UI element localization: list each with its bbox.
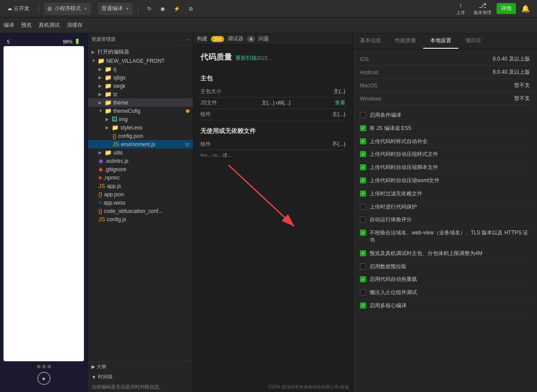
macos-label: MacOS: [360, 83, 377, 89]
main-content: 5 98% 🔋 ● 资源管理器 ··· ▶: [0, 33, 537, 392]
issue-tab[interactable]: 问题: [258, 35, 269, 43]
checkbox-14[interactable]: [360, 302, 366, 309]
outline-header[interactable]: ▶ 大纲: [88, 362, 193, 372]
file-gitignore[interactable]: ◆ .gitignore: [88, 165, 193, 173]
checkbox-row-2: 上传代码时样式自动补全: [356, 135, 533, 148]
tab-project[interactable]: 项目目: [458, 33, 488, 49]
compile-btn[interactable]: 编译: [4, 22, 14, 29]
folder-theme[interactable]: ▶ 📁 theme: [88, 98, 193, 107]
clear-cache-btn[interactable]: 清缓存: [67, 22, 83, 29]
checkbox-8[interactable]: [360, 216, 366, 223]
toolbar-sep-2: [138, 4, 138, 13]
folder-rj[interactable]: ▶ 📁 rj: [88, 65, 193, 73]
file-config-js[interactable]: JS config.js: [88, 215, 193, 223]
checkbox-2[interactable]: [360, 138, 366, 144]
checkbox-4[interactable]: [360, 164, 366, 170]
version-mgmt-btn[interactable]: ⎇ 版本管理: [470, 0, 495, 18]
checkboxes-container: 启用条件编译将 JS 编译成 ES5上传代码时样式自动补全上传代码时自动压缩样式…: [356, 109, 533, 313]
checkbox-1[interactable]: [360, 125, 366, 131]
miniapp-mode-group[interactable]: ⊞ 小程序模式 ▼: [44, 3, 91, 15]
tab-basic-info[interactable]: 基本信息: [353, 33, 388, 49]
ios-label: iOS: [360, 56, 369, 62]
checkbox-6[interactable]: [360, 191, 366, 197]
compile-mode-group[interactable]: 普通编译 ▼: [98, 3, 133, 15]
checkbox-12[interactable]: [360, 276, 366, 282]
folder-themeconfig[interactable]: ▼ 📁 themeCofig: [88, 107, 193, 115]
tab-local-settings[interactable]: 本地设置: [423, 33, 458, 49]
windows-label: Windows: [360, 96, 381, 102]
folder-utils[interactable]: ▶ 📁 utils: [88, 148, 193, 157]
checkbox-label-13: 懒注入占位组件调试: [370, 289, 530, 296]
js-icon-app: JS: [98, 183, 105, 189]
checkbox-row-9: 不校验合法域名、web-view（业务域名）、TLS 版本以及 HTTPS 证书: [356, 227, 533, 247]
eslint-icon: ◉: [98, 158, 103, 164]
tab-performance[interactable]: 性能质量: [388, 33, 423, 49]
modified-tag: M: [185, 142, 189, 147]
file-app-wxss[interactable]: ≡ app.wxss: [88, 198, 193, 207]
checkbox-row-12: 启用代码自动热重载: [356, 273, 533, 286]
timeline-header[interactable]: ▼ 时间线: [88, 372, 193, 382]
sidebar-more[interactable]: ···: [185, 37, 189, 42]
arrow-outline: ▶: [91, 364, 95, 370]
layers-btn[interactable]: ⧉: [185, 4, 196, 14]
ios-row: iOS 8.0.40 及以上版: [356, 53, 533, 66]
arrow-img: ▶: [105, 117, 110, 122]
phone-body: [4, 46, 84, 361]
right-panel: 基本信息 性能质量 本地设置 项目目 iOS 8.0.40 及以上版 Andro…: [352, 33, 537, 392]
unused-components-value: 不(...): [332, 140, 345, 148]
spacer: [356, 105, 533, 109]
checkbox-label-14: 启用多核心编译: [370, 302, 530, 309]
folder-img[interactable]: ▶ 🖼 img: [88, 115, 193, 123]
preview-btn[interactable]: 预览: [21, 22, 32, 29]
checkbox-label-4: 上传代码时自动压缩脚本文件: [370, 164, 530, 171]
folder-rj-icon: 📁: [105, 66, 112, 72]
js-files-value: 主(...) util(...): [261, 99, 291, 107]
folder-sjbgs[interactable]: ▶ 📁 sjbgs: [88, 73, 193, 82]
unused-components-label: 组件: [200, 140, 211, 148]
cloud-dev-btn[interactable]: ☁ 云开发: [4, 3, 33, 14]
checkbox-row-10: 预览及真机调试时主包、分包体积上限调整为4M: [356, 247, 533, 260]
file-config-json[interactable]: {} config.json: [88, 132, 193, 140]
second-toolbar-center: 编译 预览 真机调试 清缓存: [4, 22, 83, 29]
message-btn[interactable]: 🔔: [518, 3, 533, 14]
real-device-btn[interactable]: 真机调试: [39, 22, 60, 29]
eye-btn[interactable]: ◉: [157, 4, 168, 14]
checkbox-13[interactable]: [360, 289, 366, 295]
arrow-utils: ▶: [98, 150, 103, 155]
dropdown-arrow-2: ▼: [125, 7, 129, 11]
file-code-obfuscation[interactable]: {} code_obfuscation_conf...: [88, 207, 193, 215]
project-root[interactable]: ▼ 📁 NEW_VILLAGE_FRONT: [88, 57, 193, 65]
json-icon-app: {}: [98, 191, 102, 198]
checkbox-5[interactable]: [360, 177, 366, 183]
opened-editors-header[interactable]: ▶ 打开的编辑器: [88, 47, 193, 57]
unused-title: 无使用或无依赖文件: [200, 127, 345, 135]
refresh-btn[interactable]: ↻: [144, 4, 155, 14]
file-app-js[interactable]: JS app.js: [88, 182, 193, 190]
debug-tab[interactable]: 调试器: [228, 35, 243, 43]
query-link[interactable]: 查看: [335, 99, 345, 107]
detail-btn[interactable]: 详情: [497, 3, 516, 14]
miniapp-icon: ⊞: [47, 6, 52, 12]
folder-swgk[interactable]: ▶ 📁 swgk: [88, 82, 193, 90]
checkbox-9[interactable]: [360, 230, 366, 236]
checkbox-10[interactable]: [360, 250, 366, 256]
unused-more: mo... co... 建...: [200, 150, 345, 160]
debug2-btn[interactable]: ⚡: [170, 4, 184, 14]
checkbox-11[interactable]: [360, 263, 366, 270]
file-eslintrc[interactable]: ◉ .eslintrc.js: [88, 157, 193, 165]
file-npmrc[interactable]: ■ .npmrc: [88, 173, 193, 182]
upload-btn[interactable]: ↑ 上传: [453, 0, 468, 18]
phone-status-bar: 5 98% 🔋: [4, 37, 84, 46]
folder-styleless[interactable]: ▶ 📁 styleLess: [88, 123, 193, 132]
checkbox-0[interactable]: [360, 112, 366, 118]
checkbox-7[interactable]: [360, 204, 366, 210]
checkbox-label-8: 自动运行体验评分: [370, 216, 530, 223]
file-app-json[interactable]: {} app.json: [88, 190, 193, 198]
build-tab[interactable]: 构建: [197, 35, 207, 43]
folder-tz[interactable]: ▶ 📁 tz: [88, 90, 193, 98]
rescan-link[interactable]: 重新扫描: [236, 54, 257, 62]
file-environment-js[interactable]: JS environment.js M: [88, 140, 193, 148]
checkbox-3[interactable]: [360, 151, 366, 157]
phone-dots: [33, 361, 54, 372]
phone-record-btn[interactable]: ●: [37, 372, 51, 385]
